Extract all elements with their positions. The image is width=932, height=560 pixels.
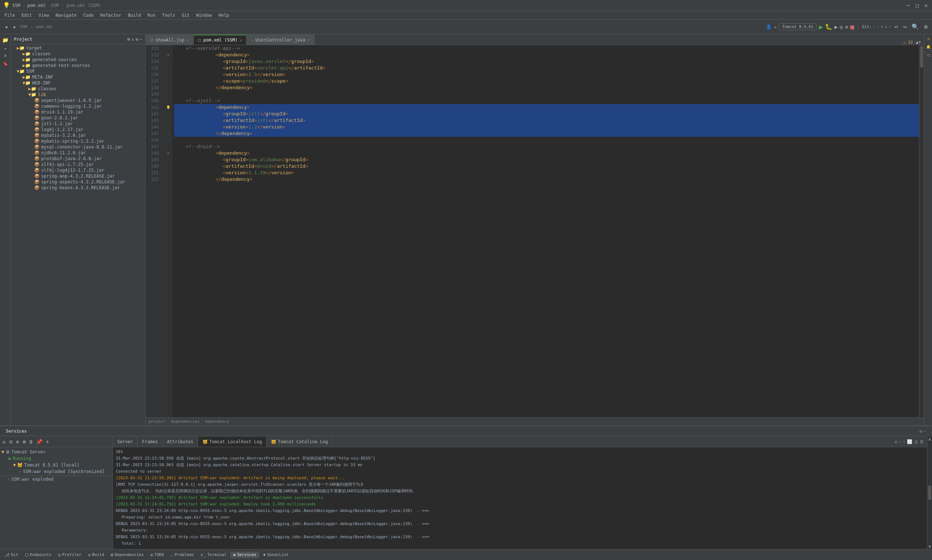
- tab-showall[interactable]: ⬡ showAll.jsp ✕: [146, 35, 194, 45]
- tab-close[interactable]: ✕: [240, 38, 242, 42]
- scroll-top-btn[interactable]: ↑: [903, 439, 906, 444]
- breadcrumb-dependencies[interactable]: dependencies: [171, 419, 200, 424]
- menu-run[interactable]: Run: [145, 12, 159, 18]
- tree-settings-button[interactable]: ⚙: [136, 37, 138, 42]
- svc-refresh[interactable]: ↻: [2, 438, 6, 445]
- redo-button[interactable]: ↪: [902, 23, 908, 31]
- scroll-up-arrow[interactable]: ▲: [927, 436, 932, 442]
- tab-close[interactable]: ✕: [308, 38, 310, 42]
- svc-running[interactable]: ▶ Running: [0, 455, 112, 462]
- tree-item-lib[interactable]: ▼📁 lib: [11, 92, 145, 97]
- tree-item-jar-8[interactable]: 📦 mybatis-spring-1.3.2.jar: [11, 138, 145, 144]
- tree-sort-button[interactable]: ↕: [131, 37, 134, 42]
- editor-scrollbar[interactable]: [919, 45, 924, 417]
- tool-sonarlint[interactable]: ♦ SonarLint: [260, 552, 292, 558]
- menu-refactor[interactable]: Refactor: [97, 12, 124, 18]
- server-tab-server[interactable]: Server: [113, 437, 138, 447]
- maven-icon[interactable]: M: [926, 35, 931, 42]
- tool-git[interactable]: ⎇ Git: [2, 552, 21, 558]
- tree-item-webinf[interactable]: ▼📁 WEB-INF: [11, 80, 145, 86]
- commit-icon[interactable]: ⬆: [2, 46, 9, 52]
- server-tab-frames[interactable]: Frames: [138, 437, 162, 447]
- tree-item-jar-4[interactable]: 📦 gson-2.8.2.jar: [11, 115, 145, 121]
- profiler-button[interactable]: ◎: [840, 24, 843, 30]
- tool-endpoints[interactable]: ⬡ Endpoints: [22, 552, 55, 558]
- tree-item-classes[interactable]: ▶📁 classes: [11, 51, 145, 57]
- tool-dependencies[interactable]: ⊞ Dependencies: [108, 552, 147, 558]
- menu-window[interactable]: Window: [193, 12, 215, 18]
- menu-edit[interactable]: Edit: [18, 12, 35, 18]
- svc-tomcat-server[interactable]: ▼ 🖥 Tomcat Server: [0, 449, 112, 455]
- menu-file[interactable]: File: [2, 12, 18, 18]
- server-tab-catalina-log[interactable]: 🐱 Tomcat Catalina Log: [267, 437, 333, 447]
- menu-build[interactable]: Build: [125, 12, 144, 18]
- svc-pin[interactable]: 📌: [35, 438, 43, 445]
- tree-scope-button[interactable]: ⊞: [128, 37, 130, 42]
- tree-item-jar-6[interactable]: 📦 log4j-1.2.17.jar: [11, 127, 145, 132]
- scroll-down[interactable]: ▼: [918, 40, 921, 45]
- minimize-button[interactable]: ─: [906, 3, 911, 8]
- notifications-icon[interactable]: 🔔: [926, 42, 931, 51]
- search-button[interactable]: 🔍: [910, 23, 920, 31]
- tree-item-jar-5[interactable]: 📦 jstl-1.2.jar: [11, 121, 145, 127]
- tree-item-jar-7[interactable]: 📦 mybatis-3.2.8.jar: [11, 132, 145, 138]
- database-icon[interactable]: 🗃: [926, 51, 931, 59]
- back-button[interactable]: ◂: [3, 23, 9, 31]
- tree-item-ssm[interactable]: ▼📁 SSM: [11, 68, 145, 74]
- debug-button[interactable]: 🐛: [825, 23, 832, 30]
- run-config-selector[interactable]: Tomcat 8.5.61: [779, 23, 816, 30]
- tree-item-classes2[interactable]: ▶📁 classes: [11, 86, 145, 92]
- menu-view[interactable]: View: [36, 12, 52, 18]
- tree-item-generated[interactable]: ▶📁 generated-sources: [11, 57, 145, 63]
- menu-git[interactable]: Git: [179, 12, 193, 18]
- server-tab-localhost-log[interactable]: 🐱 Tomcat Localhost Log: [198, 437, 267, 447]
- menu-navigate[interactable]: Navigate: [53, 12, 80, 18]
- panel-settings-icon[interactable]: ⚙: [920, 429, 922, 434]
- breadcrumb-dependency[interactable]: dependency: [205, 419, 229, 424]
- menu-tools[interactable]: Tools: [159, 12, 178, 18]
- tool-terminal[interactable]: >_ Terminal: [198, 552, 230, 558]
- forward-button[interactable]: ▸: [12, 23, 18, 31]
- stop-button[interactable]: ■: [850, 23, 855, 31]
- close-button[interactable]: ✕: [923, 3, 929, 8]
- svc-collapse[interactable]: ⊟: [8, 438, 13, 445]
- svc-tomcat-instance[interactable]: ▼ 🐱 Tomcat 8.5.61 [local]: [0, 462, 112, 468]
- scroll-down-arrow[interactable]: ▼: [927, 544, 932, 549]
- menu-code[interactable]: Code: [80, 12, 97, 18]
- tree-item-jar-12[interactable]: 📦 slf4j-api-1.7.25.jar: [11, 162, 145, 168]
- fold-133[interactable]: ▼: [167, 53, 169, 57]
- tab-close[interactable]: ✕: [186, 38, 189, 42]
- tree-item-jar-15[interactable]: 📦 spring-aspects-4.3.2.RELEASE.jar: [11, 179, 145, 185]
- run-button[interactable]: ▶: [819, 23, 823, 31]
- undo-button[interactable]: ↩: [893, 23, 900, 31]
- server-log[interactable]: 101 31-Mar-2023 23:23:58.956 信息 [main] o…: [113, 447, 927, 549]
- scrollbar-thumb[interactable]: [928, 485, 931, 500]
- delete-btn[interactable]: 🗑: [920, 439, 924, 444]
- tree-item-jar-9[interactable]: 📦 mysql-connector-java-8.0.11.jar: [11, 144, 145, 150]
- tab-pomxml[interactable]: ⬡ pom.xml (SSM) ✕: [194, 35, 247, 45]
- tree-collapse-button[interactable]: —: [140, 37, 142, 42]
- bookmark-icon[interactable]: 🔖: [2, 60, 9, 67]
- soft-wrap-btn[interactable]: ≡: [895, 439, 897, 444]
- structure-icon[interactable]: ≡: [2, 53, 9, 58]
- server-tab-attributes[interactable]: Attributes: [163, 437, 198, 447]
- svc-tree[interactable]: ⊞: [22, 438, 26, 445]
- more-run-button[interactable]: ≡: [845, 24, 848, 30]
- breadcrumb-nav-back[interactable]: ◂: [773, 24, 776, 30]
- fold-148[interactable]: ▼: [167, 151, 169, 155]
- print-btn[interactable]: 🖨: [914, 439, 918, 444]
- server-log-scrollbar[interactable]: ▲ ▼: [927, 436, 932, 549]
- tree-item-jar-10[interactable]: 📦 ojdbc6-11.2.0.jar: [11, 150, 145, 156]
- fold-145[interactable]: ▽: [167, 132, 169, 136]
- svc-deployment[interactable]: ✓ SSM:war exploded [Synchronized]: [0, 468, 112, 475]
- tree-item-jar-2[interactable]: 📦 commons-logging-1.2.jar: [11, 103, 145, 109]
- menu-help[interactable]: Help: [216, 12, 232, 18]
- tree-item-jar-16[interactable]: 📦 spring-beans-4.3.2.RELEASE.jar: [11, 185, 145, 191]
- tree-item-jar-13[interactable]: 📦 slf4j-log4j12-1.7.25.jar: [11, 168, 145, 173]
- tree-item-generated-test[interactable]: ▶📁 generated-test-sources: [11, 63, 145, 68]
- breadcrumb-project[interactable]: project: [148, 419, 165, 424]
- tool-problems[interactable]: ⚠ Problems: [168, 552, 197, 558]
- tool-build[interactable]: ⚒ Build: [85, 552, 107, 558]
- tree-item-jar-14[interactable]: 📦 spring-aop-4.3.2.RELEASE.jar: [11, 173, 145, 179]
- tree-item-meta[interactable]: ▶📁 META-INF: [11, 74, 145, 80]
